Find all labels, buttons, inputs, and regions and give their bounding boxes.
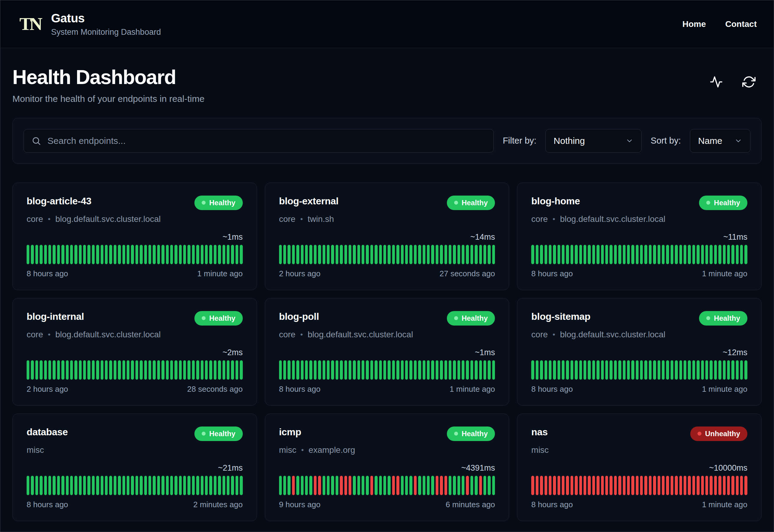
uptime-bar[interactable] [279,245,282,264]
uptime-bar[interactable] [610,360,612,380]
uptime-bar[interactable] [597,476,599,495]
uptime-bar[interactable] [614,476,617,495]
uptime-bar[interactable] [392,360,395,380]
uptime-bar[interactable] [127,476,129,495]
brand-logo-icon[interactable]: TN [17,11,43,37]
uptime-bar[interactable] [379,245,382,264]
uptime-bar[interactable] [140,245,142,264]
uptime-bar[interactable] [475,360,477,380]
uptime-bar[interactable] [35,245,38,264]
uptime-bar[interactable] [344,245,347,264]
uptime-bar[interactable] [562,245,564,264]
uptime-bar[interactable] [536,476,538,495]
uptime-bar[interactable] [196,245,199,264]
uptime-bar[interactable] [727,476,730,495]
uptime-bar[interactable] [148,245,151,264]
uptime-bar[interactable] [483,245,486,264]
uptime-bar[interactable] [44,245,47,264]
uptime-bar[interactable] [323,476,325,495]
endpoint-card[interactable]: blog-home Healthy core • blog.default.sv… [517,183,762,290]
uptime-bar[interactable] [301,476,304,495]
uptime-bar[interactable] [649,476,652,495]
uptime-bar[interactable] [631,476,634,495]
uptime-bar[interactable] [666,476,669,495]
uptime-bar[interactable] [236,476,238,495]
uptime-bar[interactable] [662,245,665,264]
uptime-bar[interactable] [179,360,182,380]
refresh-icon[interactable] [742,75,756,89]
uptime-bar[interactable] [710,476,712,495]
uptime-bar[interactable] [414,360,417,380]
uptime-bar[interactable] [166,476,169,495]
uptime-bar[interactable] [601,360,604,380]
uptime-bar[interactable] [623,360,626,380]
uptime-bar[interactable] [601,245,604,264]
uptime-bar[interactable] [336,360,338,380]
uptime-bar[interactable] [392,245,395,264]
endpoint-card[interactable]: blog-article-43 Healthy core • blog.defa… [12,183,257,290]
uptime-bar[interactable] [688,245,691,264]
uptime-bar[interactable] [692,245,695,264]
uptime-bar[interactable] [183,476,186,495]
uptime-bar[interactable] [592,360,595,380]
uptime-bar[interactable] [174,360,177,380]
uptime-bar[interactable] [540,476,543,495]
uptime-bar[interactable] [671,245,673,264]
uptime-bar[interactable] [466,476,469,495]
uptime-bar[interactable] [744,245,747,264]
uptime-bar[interactable] [231,360,234,380]
uptime-bar[interactable] [479,360,482,380]
uptime-bar[interactable] [605,360,608,380]
uptime-bar[interactable] [31,360,34,380]
uptime-bar[interactable] [318,360,321,380]
uptime-bar[interactable] [679,245,682,264]
uptime-bar[interactable] [231,245,234,264]
uptime-bar[interactable] [66,245,69,264]
uptime-bar[interactable] [70,476,73,495]
uptime-bar[interactable] [579,245,582,264]
uptime-bar[interactable] [427,476,430,495]
uptime-bar[interactable] [684,245,686,264]
uptime-bar[interactable] [710,245,712,264]
uptime-bar[interactable] [279,360,282,380]
uptime-bar[interactable] [170,360,173,380]
uptime-bar[interactable] [53,360,55,380]
uptime-bar[interactable] [627,245,630,264]
uptime-bar[interactable] [592,476,595,495]
uptime-bar[interactable] [61,476,64,495]
uptime-bar[interactable] [366,360,369,380]
uptime-bar[interactable] [588,476,590,495]
uptime-bar[interactable] [105,360,108,380]
uptime-bar[interactable] [353,360,356,380]
uptime-bar[interactable] [740,476,743,495]
uptime-bar[interactable] [431,245,434,264]
uptime-bar[interactable] [83,245,86,264]
uptime-bar[interactable] [436,476,438,495]
uptime-bar[interactable] [388,360,390,380]
uptime-bar[interactable] [279,476,282,495]
uptime-bar[interactable] [488,360,490,380]
uptime-bar[interactable] [401,476,404,495]
uptime-bar[interactable] [688,476,691,495]
uptime-bar[interactable] [196,360,199,380]
uptime-bar[interactable] [66,476,69,495]
uptime-bar[interactable] [579,360,582,380]
uptime-bar[interactable] [122,360,125,380]
uptime-bar[interactable] [157,476,160,495]
uptime-bar[interactable] [409,360,412,380]
uptime-bar[interactable] [153,360,155,380]
uptime-bar[interactable] [723,476,726,495]
uptime-bar[interactable] [436,245,438,264]
uptime-bar[interactable] [87,476,90,495]
uptime-bar[interactable] [718,360,721,380]
uptime-bar[interactable] [362,476,364,495]
uptime-bar[interactable] [292,476,295,495]
uptime-bar[interactable] [679,476,682,495]
uptime-bar[interactable] [27,360,29,380]
uptime-bar[interactable] [331,245,334,264]
uptime-bar[interactable] [540,360,543,380]
uptime-bar[interactable] [223,476,225,495]
uptime-bar[interactable] [349,245,351,264]
uptime-bar[interactable] [57,360,60,380]
uptime-bar[interactable] [440,245,443,264]
